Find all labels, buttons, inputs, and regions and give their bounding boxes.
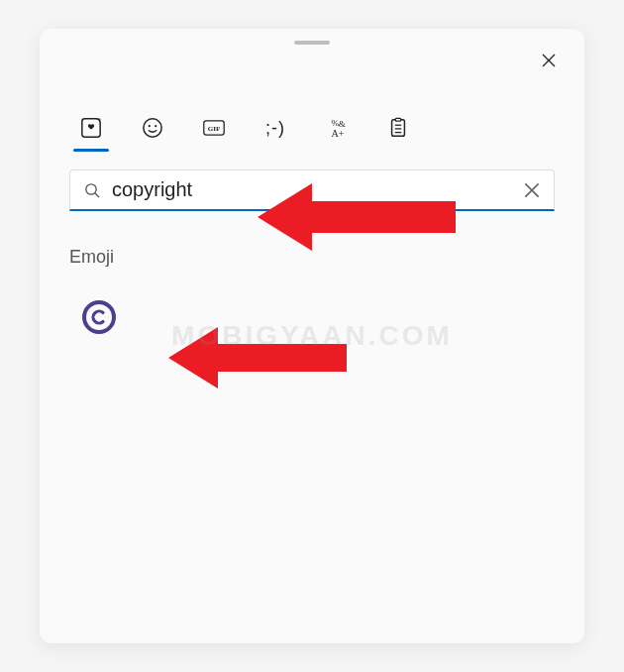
svg-rect-11 bbox=[395, 118, 401, 121]
svg-rect-10 bbox=[392, 120, 405, 137]
svg-text:GIF: GIF bbox=[208, 125, 221, 133]
search-container bbox=[69, 169, 555, 211]
close-icon bbox=[542, 54, 556, 67]
symbols-icon: %&A+ bbox=[326, 117, 348, 139]
svg-point-17 bbox=[84, 302, 114, 332]
tab-symbols[interactable]: %&A+ bbox=[323, 114, 351, 142]
emoji-picker-panel: GIF ;-) %&A+ Emoji © bbox=[40, 29, 584, 643]
close-button[interactable] bbox=[539, 51, 559, 70]
tab-gif[interactable]: GIF bbox=[200, 114, 228, 142]
clear-search-button[interactable] bbox=[524, 182, 540, 198]
tab-emoji[interactable] bbox=[139, 114, 166, 142]
x-icon bbox=[524, 182, 540, 198]
emoji-result-copyright[interactable]: © bbox=[77, 295, 121, 339]
tab-recent[interactable] bbox=[77, 114, 105, 142]
kaomoji-icon: ;-) bbox=[265, 118, 285, 139]
tab-kaomoji[interactable]: ;-) bbox=[261, 114, 289, 142]
search-input[interactable] bbox=[112, 178, 524, 201]
annotation-arrow-result bbox=[168, 322, 347, 393]
search-icon bbox=[84, 182, 100, 198]
smiley-icon bbox=[142, 117, 163, 139]
svg-point-1 bbox=[144, 119, 161, 137]
sticker-heart-icon bbox=[80, 117, 102, 139]
category-tabs: GIF ;-) %&A+ bbox=[77, 114, 555, 142]
svg-point-2 bbox=[149, 125, 151, 127]
copyright-icon bbox=[81, 299, 117, 335]
clipboard-icon bbox=[387, 117, 409, 139]
tab-clipboard[interactable] bbox=[384, 114, 412, 142]
svg-line-16 bbox=[95, 193, 99, 197]
svg-marker-19 bbox=[168, 327, 347, 389]
section-label-emoji: Emoji bbox=[69, 247, 555, 268]
gif-icon: GIF bbox=[203, 117, 225, 139]
drag-handle[interactable] bbox=[294, 41, 330, 45]
search-box[interactable] bbox=[69, 169, 555, 211]
svg-point-15 bbox=[86, 183, 96, 193]
svg-text:+: + bbox=[339, 128, 345, 139]
svg-point-3 bbox=[155, 125, 156, 127]
